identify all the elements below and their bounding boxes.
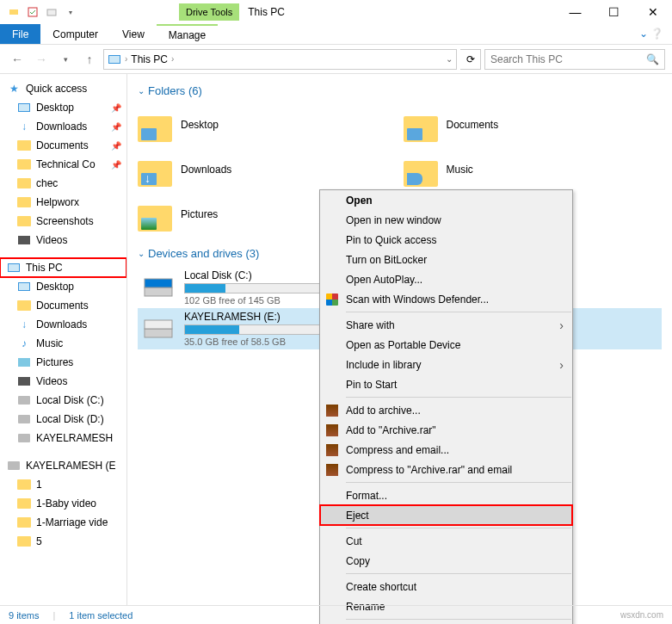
refresh-button[interactable]: ⟳ bbox=[460, 49, 481, 70]
tab-file[interactable]: File bbox=[0, 24, 40, 44]
watermark: wsxdn.com bbox=[620, 610, 663, 620]
pin-icon: 📌 bbox=[111, 160, 121, 170]
context-menu-separator bbox=[346, 312, 571, 312]
search-icon[interactable]: 🔍 bbox=[646, 53, 659, 65]
context-menu-item[interactable]: Open AutoPlay... bbox=[320, 269, 572, 289]
sidebar-item[interactable]: Pictures bbox=[0, 353, 126, 372]
context-menu-item[interactable]: Copy bbox=[320, 551, 572, 571]
tab-manage[interactable]: Manage bbox=[157, 24, 218, 44]
sidebar-item[interactable]: 5 bbox=[0, 532, 126, 551]
sidebar-item[interactable]: Desktop📌 bbox=[0, 98, 126, 117]
sidebar-item[interactable]: 1-Baby video bbox=[0, 494, 126, 513]
context-menu-item[interactable]: Pin to Quick access bbox=[320, 230, 572, 250]
folder-icon bbox=[404, 108, 438, 142]
chevron-right-icon[interactable]: › bbox=[125, 54, 127, 64]
context-menu-item[interactable]: Include in library bbox=[320, 355, 572, 374]
sidebar-item[interactable]: chec bbox=[0, 174, 126, 193]
sidebar-item[interactable]: Technical Co📌 bbox=[0, 155, 126, 174]
breadcrumb-this-pc[interactable]: This PC bbox=[131, 53, 168, 65]
folder-item[interactable]: Music bbox=[404, 149, 663, 190]
qat-dropdown-icon[interactable]: ▾ bbox=[62, 3, 79, 21]
app-icon[interactable] bbox=[5, 3, 22, 21]
sidebar-item[interactable]: KAYELRAMESH bbox=[0, 429, 126, 448]
minimize-button[interactable]: — bbox=[556, 0, 595, 24]
sidebar-item[interactable]: Desktop bbox=[0, 277, 126, 296]
context-menu-item[interactable]: Compress to "Archive.rar" and email bbox=[320, 460, 572, 479]
folder-item[interactable]: Desktop bbox=[138, 104, 397, 145]
context-menu-item[interactable]: Turn on BitLocker bbox=[320, 250, 572, 269]
context-menu-item[interactable]: Scan with Windows Defender... bbox=[320, 289, 572, 309]
up-button[interactable]: ↑ bbox=[79, 49, 100, 70]
context-menu-item[interactable]: Eject bbox=[320, 505, 572, 525]
drive-tools-tab[interactable]: Drive Tools bbox=[179, 3, 239, 21]
folder-item[interactable]: Downloads bbox=[138, 149, 397, 190]
sidebar-item[interactable]: Screenshots bbox=[0, 212, 126, 231]
close-button[interactable]: ✕ bbox=[633, 0, 672, 24]
sidebar-item[interactable]: Documents bbox=[0, 296, 126, 315]
titlebar: ▾ Drive Tools This PC — ☐ ✕ bbox=[0, 0, 672, 24]
svg-rect-2 bbox=[47, 9, 56, 15]
sidebar-quick-access[interactable]: Quick access bbox=[0, 79, 126, 98]
disk-icon bbox=[17, 393, 31, 407]
sidebar-this-pc[interactable]: This PC bbox=[0, 258, 126, 277]
navigation-pane: Quick accessDesktop📌Downloads📌Documents📌… bbox=[0, 74, 127, 605]
recent-dropdown[interactable]: ▾ bbox=[55, 49, 76, 70]
context-menu-item[interactable]: Share with bbox=[320, 315, 572, 335]
folders-header[interactable]: ⌄Folders (6) bbox=[138, 84, 662, 97]
sidebar-item[interactable]: Local Disk (C:) bbox=[0, 391, 126, 410]
pc-icon bbox=[108, 53, 121, 66]
address-bar: ← → ▾ ↑ › This PC › ⌄ ⟳ 🔍 bbox=[0, 45, 672, 74]
sidebar-item[interactable]: 1-Marriage vide bbox=[0, 513, 126, 532]
folder-label: Documents bbox=[447, 119, 499, 131]
tab-computer[interactable]: Computer bbox=[40, 24, 110, 44]
disk-icon bbox=[7, 459, 21, 473]
qat-new-folder-icon[interactable] bbox=[43, 3, 60, 21]
search-input[interactable] bbox=[490, 53, 646, 65]
sidebar-item[interactable]: Videos bbox=[0, 372, 126, 391]
context-menu-item[interactable]: Add to "Archive.rar" bbox=[320, 420, 572, 440]
search-box[interactable]: 🔍 bbox=[484, 49, 665, 70]
breadcrumb[interactable]: › This PC › ⌄ bbox=[103, 49, 457, 70]
sidebar-item[interactable]: Documents📌 bbox=[0, 136, 126, 155]
context-menu-item[interactable]: Compress and email... bbox=[320, 440, 572, 460]
back-button[interactable]: ← bbox=[7, 49, 28, 70]
drive-icon bbox=[141, 312, 176, 346]
down-icon bbox=[17, 120, 31, 133]
maximize-button[interactable]: ☐ bbox=[595, 0, 633, 24]
folder-label: Music bbox=[447, 164, 473, 176]
sidebar-item[interactable]: Downloads bbox=[0, 315, 126, 334]
context-menu-item[interactable]: Format... bbox=[320, 485, 572, 505]
down-icon bbox=[17, 318, 31, 331]
qat-properties-icon[interactable] bbox=[24, 3, 41, 21]
chevron-right-icon[interactable]: › bbox=[171, 54, 174, 64]
context-menu-item[interactable]: Cut bbox=[320, 531, 572, 551]
svg-rect-4 bbox=[145, 279, 172, 287]
tab-view[interactable]: View bbox=[110, 24, 157, 44]
context-menu: OpenOpen in new windowPin to Quick acces… bbox=[319, 189, 573, 624]
folder-icon bbox=[138, 152, 172, 187]
context-menu-item[interactable]: Add to archive... bbox=[320, 400, 572, 420]
context-menu-item[interactable]: Open as Portable Device bbox=[320, 335, 572, 355]
sidebar-item[interactable]: Local Disk (D:) bbox=[0, 410, 126, 429]
svg-rect-5 bbox=[145, 329, 172, 337]
drive-capacity-bar bbox=[184, 324, 322, 335]
context-menu-item[interactable]: Open in new window bbox=[320, 210, 572, 230]
breadcrumb-dropdown-icon[interactable]: ⌄ bbox=[446, 54, 453, 64]
sidebar-item[interactable]: Videos bbox=[0, 231, 126, 250]
context-menu-item[interactable]: Open bbox=[320, 190, 572, 210]
pin-icon: 📌 bbox=[111, 103, 121, 113]
folder-icon bbox=[138, 108, 172, 142]
status-item-count: 9 items bbox=[9, 610, 39, 621]
monitor-icon bbox=[7, 261, 21, 275]
sidebar-item[interactable]: 1 bbox=[0, 475, 126, 494]
ribbon-help-icon[interactable]: ⌄ ❔ bbox=[631, 24, 672, 44]
folder-item[interactable]: Documents bbox=[404, 104, 663, 145]
sidebar-usb-drive[interactable]: KAYELRAMESH (E bbox=[0, 456, 126, 475]
forward-button[interactable]: → bbox=[31, 49, 52, 70]
sidebar-item[interactable]: Helpworx bbox=[0, 193, 126, 212]
sidebar-item[interactable]: Music bbox=[0, 334, 126, 353]
context-menu-item[interactable]: Pin to Start bbox=[320, 374, 572, 394]
sidebar-item[interactable]: Downloads📌 bbox=[0, 117, 126, 136]
chevron-down-icon: ⌄ bbox=[138, 249, 145, 258]
context-menu-item[interactable]: Create shortcut bbox=[320, 577, 572, 596]
